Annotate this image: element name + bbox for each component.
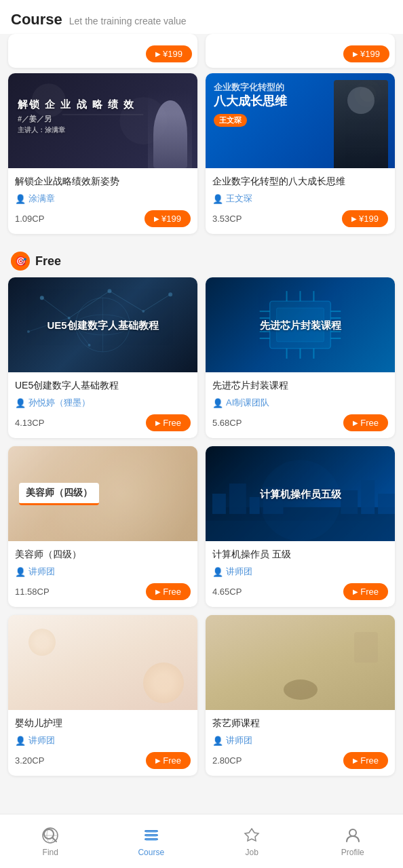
card-title-free3: 美容师（四级） — [15, 548, 191, 561]
svg-marker-60 — [245, 829, 258, 841]
thumb-text-free4: 计算机操作员五级 — [260, 487, 341, 501]
card-title-free2: 先进芯片封装课程 — [212, 379, 388, 393]
course-icon — [142, 826, 161, 845]
nav-item-profile[interactable]: Profile — [303, 826, 404, 857]
author-name-free5: 讲师团 — [28, 734, 55, 747]
nav-item-find[interactable]: Find — [0, 826, 101, 857]
card-title-paid1: 解锁企业战略绩效新姿势 — [15, 175, 191, 189]
card-body-free6: 茶艺师课程 👤 讲师团 2.80CP ▶ Free — [206, 710, 395, 776]
card-footer-free4: 4.65CP ▶ Free — [212, 583, 388, 600]
free-courses-grid: UE5创建数字人基础教程 UE5创建数字人基础教程 👤 孙悦婷（狸墨） 4.13… — [0, 277, 403, 784]
course-card-paid1[interactable]: 解锁 企 业 战 略 绩 效 #／姜／另 主讲人：涂满章 解锁企业战略绩效新姿势… — [8, 73, 197, 234]
profile-icon — [343, 826, 362, 845]
play-icon-paid2: ▶ — [351, 215, 357, 222]
card-cp-free4: 4.65CP — [212, 587, 242, 597]
card-body-paid1: 解锁企业战略绩效新姿势 👤 涂满章 1.09CP ▶ ¥199 — [8, 168, 197, 234]
play-icon-free5: ▶ — [155, 757, 161, 764]
author-name-free2: AI制课团队 — [226, 397, 269, 409]
card-footer-paid1: 1.09CP ▶ ¥199 — [15, 210, 191, 227]
card-footer-paid2: 3.53CP ▶ ¥199 — [212, 210, 388, 227]
author-icon-free4: 👤 — [212, 567, 223, 577]
card-author-free1: 👤 孙悦婷（狸墨） — [15, 397, 191, 409]
job-icon — [242, 826, 261, 845]
svg-line-12 — [42, 298, 69, 318]
course-card-paid2[interactable]: 企业数字化转型的 八大成长思维 王文琛 企业数字化转型的八大成长思维 👤 王文琛 — [206, 73, 395, 234]
course-card-free6[interactable]: 茶艺师课程 👤 讲师团 2.80CP ▶ Free — [206, 615, 395, 776]
nav-label-job: Job — [246, 848, 258, 857]
partial-card-left[interactable]: ▶ ¥199 — [8, 34, 197, 68]
partial-price-btn-right[interactable]: ▶ ¥199 — [343, 45, 389, 62]
play-icon-free2: ▶ — [353, 419, 358, 427]
author-icon-paid1: 👤 — [15, 194, 26, 204]
price-btn-paid2[interactable]: ▶ ¥199 — [342, 210, 388, 227]
svg-line-15 — [143, 294, 170, 311]
free-section-label: Free — [35, 254, 61, 269]
svg-rect-46 — [378, 494, 395, 514]
price-btn-free2[interactable]: ▶ Free — [343, 414, 388, 431]
author-name-paid1: 涂满章 — [28, 193, 55, 205]
paid-courses-grid: 解锁 企 业 战 略 绩 效 #／姜／另 主讲人：涂满章 解锁企业战略绩效新姿势… — [0, 73, 403, 242]
card-cp-free6: 2.80CP — [212, 755, 242, 766]
play-icon-free6: ▶ — [353, 757, 358, 764]
course-card-free1[interactable]: UE5创建数字人基础教程 UE5创建数字人基础教程 👤 孙悦婷（狸墨） 4.13… — [8, 277, 197, 438]
card-footer-free6: 2.80CP ▶ Free — [212, 752, 388, 769]
author-icon-free5: 👤 — [15, 736, 26, 746]
price-label-paid1: ¥199 — [161, 214, 181, 224]
svg-point-61 — [349, 829, 356, 836]
course-card-free3[interactable]: 美容师（四级） 美容师（四级） 👤 讲师团 11.58CP ▶ Free — [8, 446, 197, 607]
price-btn-free3[interactable]: ▶ Free — [146, 583, 191, 600]
course-thumb-free3: 美容师（四级） — [8, 446, 197, 541]
card-body-free1: UE5创建数字人基础教程 👤 孙悦婷（狸墨） 4.13CP ▶ Free — [8, 372, 197, 438]
card-title-paid2: 企业数字化转型的八大成长思维 — [212, 175, 388, 189]
free-section-icon: 🎯 — [11, 252, 30, 271]
author-name-free6: 讲师团 — [226, 734, 252, 747]
price-label-free3: Free — [163, 587, 181, 597]
card-body-free2: 先进芯片封装课程 👤 AI制课团队 5.68CP ▶ Free — [206, 372, 395, 438]
beauty-overlay: 美容师（四级） — [8, 446, 197, 541]
card-cp-free2: 5.68CP — [212, 418, 242, 428]
price-btn-free1[interactable]: ▶ Free — [146, 414, 191, 431]
find-icon — [41, 826, 60, 845]
price-label-free1: Free — [163, 418, 181, 428]
course-card-free5[interactable]: 婴幼儿护理 👤 讲师团 3.20CP ▶ Free — [8, 615, 197, 776]
course-thumb-free5 — [8, 615, 197, 710]
partial-card-right[interactable]: ▶ ¥199 — [206, 34, 395, 68]
card-body-free3: 美容师（四级） 👤 讲师团 11.58CP ▶ Free — [8, 541, 197, 607]
bottom-nav: Find Course Job — [0, 814, 403, 868]
card-author-free6: 👤 讲师团 — [212, 734, 388, 747]
price-btn-free4[interactable]: ▶ Free — [343, 583, 388, 600]
partial-price-btn-left[interactable]: ▶ ¥199 — [146, 45, 192, 62]
svg-rect-41 — [229, 484, 246, 514]
card-cp-free3: 11.58CP — [15, 587, 50, 597]
price-label-free4: Free — [360, 587, 379, 597]
card-author-free2: 👤 AI制课团队 — [212, 397, 388, 409]
course-card-free2[interactable]: 先进芯片封装课程 先进芯片封装课程 👤 AI制课团队 5.68CP ▶ Free — [206, 277, 395, 438]
course-card-free4[interactable]: 计算机操作员五级 计算机操作员 五级 👤 讲师团 4.65CP ▶ Free — [206, 446, 395, 607]
price-btn-free6[interactable]: ▶ Free — [343, 752, 388, 769]
card-author-free5: 👤 讲师团 — [15, 734, 191, 747]
svg-rect-40 — [212, 494, 226, 514]
course-thumb-free6 — [206, 615, 395, 710]
card-title-free6: 茶艺师课程 — [212, 717, 388, 730]
price-btn-paid1[interactable]: ▶ ¥199 — [145, 210, 191, 227]
card-body-free4: 计算机操作员 五级 👤 讲师团 4.65CP ▶ Free — [206, 541, 395, 607]
author-icon-paid2: 👤 — [212, 194, 223, 204]
card-author-paid2: 👤 王文琛 — [212, 193, 388, 205]
page-title: Course — [11, 11, 62, 28]
free-section-header: 🎯 Free — [0, 242, 403, 277]
price-label-paid2: ¥199 — [359, 214, 379, 224]
card-footer-free5: 3.20CP ▶ Free — [15, 752, 191, 769]
course-thumb-free4: 计算机操作员五级 — [206, 446, 395, 541]
author-name-free4: 讲师团 — [226, 566, 252, 578]
page-header: Course Let the training create value — [0, 0, 403, 34]
author-icon-free6: 👤 — [212, 736, 223, 746]
card-footer-free1: 4.13CP ▶ Free — [15, 414, 191, 431]
nav-label-profile: Profile — [341, 848, 364, 857]
nav-item-job[interactable]: Job — [202, 826, 303, 857]
nav-item-course[interactable]: Course — [101, 826, 202, 857]
course-thumb-paid2: 企业数字化转型的 八大成长思维 王文琛 — [206, 73, 395, 168]
price-btn-free5[interactable]: ▶ Free — [146, 752, 191, 769]
svg-rect-57 — [146, 831, 157, 833]
card-cp-paid1: 1.09CP — [15, 214, 44, 224]
author-name-free1: 孙悦婷（狸墨） — [28, 397, 90, 409]
